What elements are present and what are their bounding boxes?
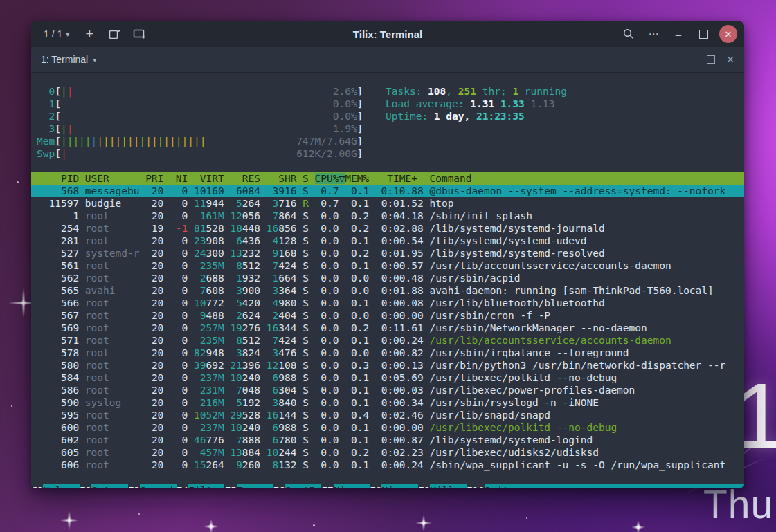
maximize-button[interactable]: [694, 25, 712, 43]
process-row[interactable]: 586 root 20 0 231M 7048 6304 S 0.0 0.1 0…: [31, 384, 744, 396]
fkey-F8[interactable]: F8Nice +: [370, 484, 418, 488]
process-row[interactable]: 281 root 20 0 23908 6436 4128 S 0.0 0.1 …: [31, 235, 744, 247]
star-sparkle: [60, 511, 79, 530]
star-sparkle: [631, 520, 645, 532]
plus-icon: +: [85, 26, 93, 42]
search-button[interactable]: [620, 25, 638, 43]
maximize-pane-button[interactable]: [707, 55, 715, 64]
close-window-button[interactable]: ✕: [719, 25, 737, 43]
fkey-F6[interactable]: F6SortBy: [273, 484, 321, 488]
process-row[interactable]: 590 syslog 20 0 216M 5192 3840 S 0.0 0.1…: [31, 396, 744, 409]
star-dot: [11, 405, 12, 407]
search-icon: [623, 28, 634, 39]
star-sparkle: [415, 515, 432, 531]
minimize-button[interactable]: –: [669, 25, 687, 43]
summary-line: Uptime: 1 day, 21:23:35: [386, 110, 567, 122]
split-terminal-right-button[interactable]: [104, 25, 125, 43]
process-row[interactable]: 606 root 20 0 15264 9260 8132 S 0.0 0.1 …: [31, 459, 744, 471]
cursor-row[interactable]: 568 messagebu 20 0 10160 6084 3916 S 0.7…: [31, 185, 744, 197]
titlebar: 1 / 1 ▾ + Tilix: Terminal: [31, 21, 744, 47]
summary-line: Load average: 1.31 1.33 1.13: [386, 98, 567, 110]
process-row[interactable]: 561 root 20 0 235M 8512 7424 S 0.0 0.1 0…: [31, 259, 744, 272]
process-table: PID USER PRI NI VIRT RES SHR S CPU%▽MEM%…: [31, 172, 744, 471]
process-row[interactable]: 567 root 20 0 9488 2624 2404 S 0.0 0.0 0…: [31, 309, 744, 322]
process-row[interactable]: 605 root 20 0 457M 13884 10244 S 0.0 0.2…: [31, 446, 744, 459]
star-dot: [313, 524, 315, 526]
close-icon: ✕: [725, 29, 732, 39]
close-icon: ✕: [726, 54, 734, 65]
tab-label: 1: Terminal: [41, 54, 88, 65]
add-terminal-down-icon: [133, 29, 146, 39]
process-row[interactable]: 254 root 19 -1 81528 18448 16856 S 0.0 0…: [31, 222, 744, 235]
process-row[interactable]: 565 avahi 20 0 7608 3900 3364 S 0.0 0.0 …: [31, 284, 744, 297]
fkey-F3[interactable]: F3Search: [128, 484, 177, 488]
minimize-icon: –: [676, 28, 681, 40]
wallpaper-day-text: Thursd: [703, 481, 776, 527]
maximize-icon: [699, 30, 708, 39]
ellipsis-icon: ⋯: [649, 28, 659, 40]
swp-meter: Swp[|612K/2.00G]: [37, 147, 744, 160]
star-sparkle: [204, 519, 219, 532]
close-pane-button[interactable]: ✕: [726, 54, 734, 65]
add-terminal-right-icon: [109, 28, 120, 40]
tilix-window: 1 / 1 ▾ + Tilix: Terminal: [31, 21, 744, 488]
desktop: { "window": { "titlebar": { "session_ind…: [0, 0, 776, 532]
chevron-down-icon: ▾: [93, 56, 96, 64]
split-terminal-down-button[interactable]: [129, 25, 150, 43]
star-dot: [526, 517, 527, 519]
process-row[interactable]: 578 root 20 0 82948 3824 3476 S 0.0 0.0 …: [31, 347, 744, 359]
process-row[interactable]: 11597 budgie 20 0 11944 5264 3716 R 0.7 …: [31, 197, 744, 210]
chevron-down-icon: ▾: [66, 30, 69, 38]
process-row[interactable]: 571 root 20 0 235M 8512 7424 S 0.0 0.1 0…: [31, 334, 744, 347]
summary-line: Tasks: 108, 251 thr; 1 running: [386, 85, 567, 98]
process-row[interactable]: 569 root 20 0 257M 19276 16344 S 0.0 0.2…: [31, 322, 744, 334]
tab-bar: 1: Terminal ▾ ✕: [31, 47, 744, 73]
fkey-F7[interactable]: F7Nice -: [321, 484, 370, 488]
mem-meter: Mem[||||||||||||||||||||||||747M/7.64G]: [37, 135, 744, 147]
new-session-button[interactable]: +: [79, 25, 100, 43]
cpu3-meter: 3[||1.9%]: [37, 122, 744, 135]
menu-button[interactable]: ⋯: [644, 25, 662, 43]
blank-line: [31, 160, 744, 172]
fkey-F1[interactable]: F1Help: [31, 484, 80, 488]
fkey-bar: F1Help F2Setup F3SearchF4FilterF5Tree F6…: [31, 484, 744, 488]
star-dot: [17, 181, 19, 183]
summary: Tasks: 108, 251 thr; 1 runningLoad avera…: [386, 85, 567, 122]
process-row[interactable]: 527 systemd-r 20 0 24300 13232 9168 S 0.…: [31, 247, 744, 259]
process-row[interactable]: 602 root 20 0 46776 7888 6780 S 0.0 0.1 …: [31, 434, 744, 446]
session-indicator-label: 1 / 1: [44, 28, 62, 39]
process-row[interactable]: 566 root 20 0 10772 5420 4980 S 0.0 0.1 …: [31, 297, 744, 309]
header-row[interactable]: PID USER PRI NI VIRT RES SHR S CPU%▽MEM%…: [31, 172, 744, 185]
fkey-F4[interactable]: F4Filter: [177, 484, 225, 488]
process-row[interactable]: 595 root 20 0 1052M 29528 16144 S 0.0 0.…: [31, 409, 744, 421]
fkey-F5[interactable]: F5Tree: [224, 484, 273, 488]
fkey-F10[interactable]: F10Quit: [467, 484, 744, 488]
session-switcher[interactable]: 1 / 1 ▾: [38, 26, 75, 42]
process-row[interactable]: 580 root 20 0 39692 21396 12108 S 0.0 0.…: [31, 359, 744, 372]
process-row[interactable]: 600 root 20 0 237M 10240 6988 S 0.0 0.1 …: [31, 421, 744, 434]
process-row[interactable]: 584 root 20 0 237M 10240 6988 S 0.0 0.1 …: [31, 372, 744, 384]
tab-terminal-1[interactable]: 1: Terminal ▾: [41, 54, 96, 65]
fkey-F9[interactable]: F9Kill: [418, 484, 467, 488]
fkey-F2[interactable]: F2Setup: [80, 484, 128, 488]
process-row[interactable]: 562 root 20 0 2688 1932 1664 S 0.0 0.0 0…: [31, 272, 744, 284]
terminal-screen[interactable]: 0[||2.6%] 1[0.0%] 2[0.0%] 3[||1.9%]Mem[|…: [31, 73, 744, 488]
star-dot: [138, 513, 140, 515]
process-row[interactable]: 1 root 20 0 161M 12056 7864 S 0.0 0.2 0:…: [31, 210, 744, 222]
